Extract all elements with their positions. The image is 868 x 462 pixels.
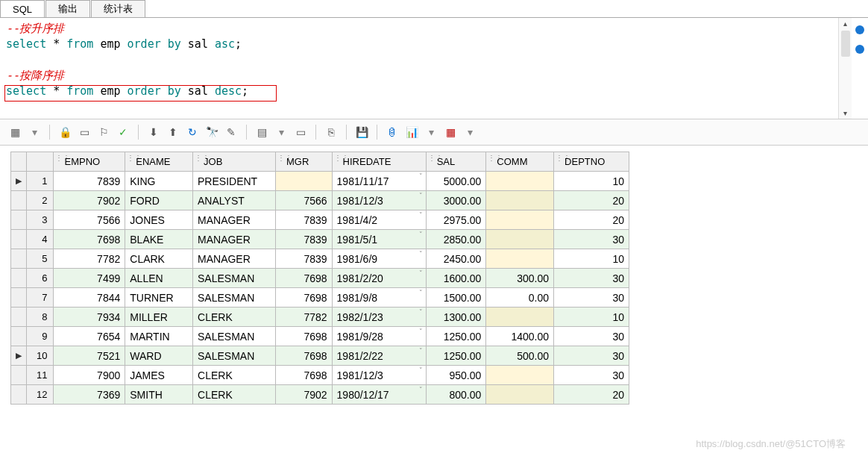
column-header[interactable] — [11, 152, 27, 172]
cell-mgr[interactable]: 7566 — [275, 191, 332, 210]
cell-empno[interactable]: 7521 — [54, 346, 125, 366]
nav-down-icon[interactable] — [855, 45, 864, 54]
cell-comm[interactable] — [486, 230, 554, 249]
column-header[interactable]: ⋮⋮MGR — [275, 152, 332, 172]
sort-asc-icon[interactable]: ⬇ — [146, 125, 161, 140]
cell-job[interactable]: SALESMAN — [193, 288, 276, 308]
cell-sal[interactable]: 3000.00 — [426, 191, 486, 210]
table-row[interactable]: ▶17839KINGPRESIDENT1981/11/175000.0010 — [11, 172, 629, 191]
tab-stats[interactable]: 统计表 — [91, 0, 145, 17]
cylinder-icon[interactable]: 🛢 — [385, 125, 400, 140]
document-icon[interactable]: ▭ — [77, 125, 92, 140]
table-row[interactable]: 57782CLARKMANAGER78391981/6/92450.0010 — [11, 249, 629, 269]
cell-job[interactable]: SALESMAN — [193, 269, 276, 288]
cell-hiredate[interactable]: 1981/9/28 — [332, 327, 426, 346]
cell-mgr[interactable]: 7698 — [275, 346, 332, 366]
cell-job[interactable]: PRESIDENT — [193, 172, 276, 191]
cell-comm[interactable]: 500.00 — [486, 346, 554, 366]
table-row[interactable]: 117900JAMESCLERK76981981/12/3950.0030 — [11, 366, 629, 385]
flag-icon[interactable]: ⚐ — [96, 125, 111, 140]
row-marker[interactable] — [11, 327, 27, 346]
cell-hiredate[interactable]: 1981/5/1 — [332, 230, 426, 249]
cell-sal[interactable]: 5000.00 — [426, 172, 486, 191]
tab-sql[interactable]: SQL — [0, 0, 45, 17]
cell-deptno[interactable]: 10 — [554, 172, 629, 191]
column-header[interactable]: ⋮⋮DEPTNO — [554, 152, 629, 172]
cell-mgr[interactable]: 7839 — [275, 249, 332, 269]
cell-deptno[interactable]: 30 — [554, 366, 629, 385]
table-row[interactable]: 77844TURNERSALESMAN76981981/9/81500.000.… — [11, 288, 629, 308]
table-row[interactable]: 97654MARTINSALESMAN76981981/9/281250.001… — [11, 327, 629, 346]
cell-hiredate[interactable]: 1981/6/9 — [332, 249, 426, 269]
row-marker[interactable] — [11, 191, 27, 210]
link-icon[interactable]: ⎘ — [324, 125, 339, 140]
row-number[interactable]: 5 — [27, 249, 54, 269]
row-number[interactable]: 7 — [27, 288, 54, 308]
cell-sal[interactable]: 800.00 — [426, 385, 486, 405]
cell-sal[interactable]: 2450.00 — [426, 249, 486, 269]
column-header[interactable]: ⋮⋮JOB — [193, 152, 276, 172]
table-icon[interactable]: ▦ — [443, 125, 458, 140]
cell-hiredate[interactable]: 1981/12/3 — [332, 366, 426, 385]
row-number[interactable]: 9 — [27, 327, 54, 346]
row-marker[interactable] — [11, 288, 27, 308]
cell-deptno[interactable]: 20 — [554, 385, 629, 405]
cell-sal[interactable]: 2975.00 — [426, 210, 486, 230]
cell-job[interactable]: MANAGER — [193, 210, 276, 230]
cell-job[interactable]: ANALYST — [193, 191, 276, 210]
cell-empno[interactable]: 7654 — [54, 327, 125, 346]
cell-ename[interactable]: TURNER — [125, 288, 193, 308]
cell-mgr[interactable]: 7902 — [275, 385, 332, 405]
cell-comm[interactable]: 0.00 — [486, 288, 554, 308]
cell-comm[interactable] — [486, 249, 554, 269]
cell-mgr[interactable]: 7698 — [275, 269, 332, 288]
cell-ename[interactable]: CLARK — [125, 249, 193, 269]
cell-deptno[interactable]: 30 — [554, 269, 629, 288]
cell-sal[interactable]: 1600.00 — [426, 269, 486, 288]
cell-deptno[interactable]: 10 — [554, 249, 629, 269]
cell-ename[interactable]: KING — [125, 172, 193, 191]
row-icon[interactable]: ▭ — [293, 125, 308, 140]
cell-deptno[interactable]: 30 — [554, 327, 629, 346]
cell-comm[interactable] — [486, 385, 554, 405]
row-marker[interactable] — [11, 385, 27, 405]
row-number[interactable]: 10 — [27, 346, 54, 366]
cell-comm[interactable]: 1400.00 — [486, 327, 554, 346]
row-marker[interactable]: ▶ — [11, 172, 27, 191]
cell-hiredate[interactable]: 1981/4/2 — [332, 210, 426, 230]
scroll-down-icon[interactable]: ▾ — [843, 109, 847, 117]
cell-empno[interactable]: 7499 — [54, 269, 125, 288]
cell-job[interactable]: CLERK — [193, 385, 276, 405]
cell-comm[interactable]: 300.00 — [486, 269, 554, 288]
binoculars-icon[interactable]: 🔭 — [204, 125, 219, 140]
row-number[interactable]: 6 — [27, 269, 54, 288]
cell-mgr[interactable]: 7839 — [275, 230, 332, 249]
dropdown-icon[interactable]: ▾ — [462, 125, 477, 140]
dropdown-icon[interactable]: ▾ — [27, 125, 42, 140]
cell-mgr[interactable]: 7782 — [275, 308, 332, 327]
column-header[interactable]: ⋮⋮EMPNO — [54, 152, 125, 172]
cell-sal[interactable]: 1500.00 — [426, 288, 486, 308]
cell-hiredate[interactable]: 1980/12/17 — [332, 385, 426, 405]
table-row[interactable]: ▶107521WARDSALESMAN76981981/2/221250.005… — [11, 346, 629, 366]
row-number[interactable]: 11 — [27, 366, 54, 385]
cell-comm[interactable] — [486, 191, 554, 210]
cell-deptno[interactable]: 10 — [554, 308, 629, 327]
row-number[interactable]: 8 — [27, 308, 54, 327]
table-row[interactable]: 67499ALLENSALESMAN76981981/2/201600.0030… — [11, 269, 629, 288]
row-marker[interactable] — [11, 249, 27, 269]
cell-deptno[interactable]: 20 — [554, 210, 629, 230]
chart-icon[interactable]: 📊 — [404, 125, 419, 140]
cell-sal[interactable]: 1250.00 — [426, 327, 486, 346]
cell-comm[interactable] — [486, 172, 554, 191]
table-row[interactable]: 127369SMITHCLERK79021980/12/17800.0020 — [11, 385, 629, 405]
cell-hiredate[interactable]: 1981/11/17 — [332, 172, 426, 191]
cell-sal[interactable]: 950.00 — [426, 366, 486, 385]
tab-output[interactable]: 输出 — [45, 0, 90, 17]
dropdown-icon[interactable]: ▾ — [274, 125, 289, 140]
cell-empno[interactable]: 7839 — [54, 172, 125, 191]
dropdown-icon[interactable]: ▾ — [424, 125, 438, 140]
cell-empno[interactable]: 7844 — [54, 288, 125, 308]
cell-sal[interactable]: 1300.00 — [426, 308, 486, 327]
save-icon[interactable]: 💾 — [354, 125, 369, 140]
